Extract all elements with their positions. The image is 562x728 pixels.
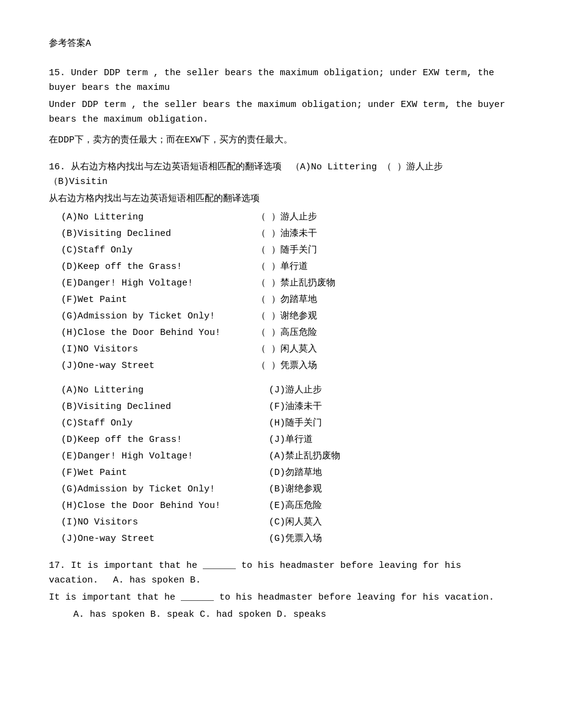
answer-right-9: (G)凭票入场 [269,532,340,546]
answer-right-5: (D)勿踏草地 [269,466,340,480]
answer-left-0: (A)No Littering [61,383,244,398]
option-left-4: (E)Danger! High Voltage! [61,276,232,291]
answer-left-3: (D)Keep off the Grass! [61,433,244,447]
answer-title: 参考答案A [49,37,513,51]
answer-left-9: (J)One-way Street [61,532,244,546]
option-right-0: （ ）游人止步 [257,210,335,225]
option-right-6: （ ）谢绝参观 [257,309,335,324]
question-16: 16. 从右边方格内找出与左边英语短语相匹配的翻译选项 （A)No Litter… [49,160,513,546]
option-left-0: (A)No Littering [61,210,232,225]
answer-right-3: (J)单行道 [269,433,340,447]
q17-line2: It is important that he ______ to his he… [49,590,513,605]
answer-right-4: (A)禁止乱扔废物 [269,449,340,464]
question-15: 15. Under DDP term , the seller bears th… [49,66,513,148]
q16-line1: 16. 从右边方格内找出与左边英语短语相匹配的翻译选项 （A)No Litter… [49,160,513,189]
option-right-4: （ ）禁止乱扔废物 [257,276,335,291]
option-left-5: (F)Wet Paint [61,293,232,307]
answer-right-8: (C)闲人莫入 [269,515,340,530]
answer-right-7: (E)高压危险 [269,499,340,513]
q16-answers-table: (A)No Littering (B)Visiting Declined (C)… [49,383,513,546]
answer-right-1: (F)油漆未干 [269,400,340,414]
option-left-7: (H)Close the Door Behind You! [61,326,232,340]
q16-line2: 从右边方格内找出与左边英语短语相匹配的翻译选项 [49,192,513,207]
answer-left-8: (I)NO Visitors [61,515,244,530]
q16-options-table: (A)No Littering(B)Visiting Declined(C)St… [49,210,513,373]
answer-right-2: (H)随手关门 [269,416,340,431]
option-right-5: （ ）勿踏草地 [257,293,335,307]
q17-options: A. has spoken B. speak C. had spoken D. … [49,608,513,622]
option-left-2: (C)Staff Only [61,243,232,258]
answer-left-4: (E)Danger! High Voltage! [61,449,244,464]
q15-line1: 15. Under DDP term , the seller bears th… [49,66,513,95]
answer-left-6: (G)Admission by Ticket Only! [61,482,244,497]
answer-left-7: (H)Close the Door Behind You! [61,499,244,513]
answer-left-2: (C)Staff Only [61,416,244,431]
option-left-6: (G)Admission by Ticket Only! [61,309,232,324]
q15-answer: 在DDP下，卖方的责任最大；而在EXW下，买方的责任最大。 [49,133,513,148]
title-text: 参考答案A [49,39,91,49]
option-right-9: （ ）凭票入场 [257,359,335,373]
question-17: 17. It is important that he ______ to hi… [49,559,513,622]
option-right-2: （ ）随手关门 [257,243,335,258]
q17-line1: 17. It is important that he ______ to hi… [49,559,513,588]
q15-line2: Under DDP term , the seller bears the ma… [49,98,513,127]
answer-right-6: (B)谢绝参观 [269,482,340,497]
option-right-8: （ ）闲人莫入 [257,342,335,357]
option-left-8: (I)NO Visitors [61,342,232,357]
answer-left-5: (F)Wet Paint [61,466,244,480]
option-left-9: (J)One-way Street [61,359,232,373]
option-right-1: （ ）油漆未干 [257,227,335,241]
answer-left-1: (B)Visiting Declined [61,400,244,414]
option-left-3: (D)Keep off the Grass! [61,260,232,274]
option-left-1: (B)Visiting Declined [61,227,232,241]
option-right-7: （ ）高压危险 [257,326,335,340]
answer-right-0: (J)游人止步 [269,383,340,398]
option-right-3: （ ）单行道 [257,260,335,274]
